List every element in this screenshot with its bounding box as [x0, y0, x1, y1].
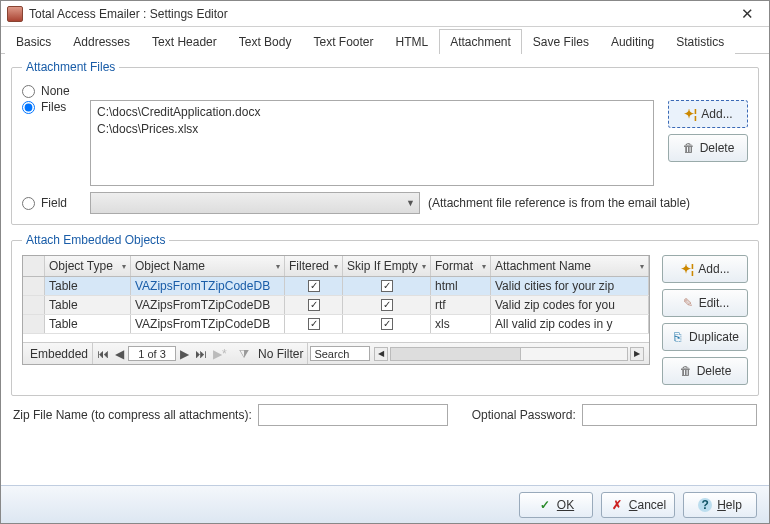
- embedded-objects-legend: Attach Embedded Objects: [22, 233, 169, 247]
- no-filter-label[interactable]: No Filter: [258, 347, 303, 361]
- search-input[interactable]: [310, 346, 370, 361]
- trash-icon: 🗑: [682, 141, 696, 155]
- chevron-down-icon: ▾: [422, 262, 426, 271]
- trash-icon: 🗑: [679, 364, 693, 378]
- cell-format: html: [431, 277, 491, 295]
- attachment-files-group: Attachment Files None Files C:\docs\Cred…: [11, 60, 759, 225]
- nav-position[interactable]: [128, 346, 176, 361]
- cell-object-type: Table: [45, 277, 131, 295]
- radio-none-label: None: [41, 84, 70, 98]
- edit-embedded-button[interactable]: ✎Edit...: [662, 289, 748, 317]
- tab-text-header[interactable]: Text Header: [141, 29, 228, 54]
- wand-icon: ✦¦: [680, 262, 694, 276]
- cell-object-type: Table: [45, 296, 131, 314]
- table-row[interactable]: Table VAZipsFromTZipCodeDB ✓ ✓ html Vali…: [23, 277, 649, 296]
- tab-attachment[interactable]: Attachment: [439, 29, 522, 54]
- chevron-down-icon: ▾: [482, 262, 486, 271]
- delete-embedded-button[interactable]: 🗑Delete: [662, 357, 748, 385]
- tab-save-files[interactable]: Save Files: [522, 29, 600, 54]
- tab-statistics[interactable]: Statistics: [665, 29, 735, 54]
- ok-label: OK: [557, 498, 574, 512]
- col-format[interactable]: Format▾: [431, 256, 491, 276]
- tab-html[interactable]: HTML: [384, 29, 439, 54]
- cell-format: xls: [431, 315, 491, 333]
- add-embedded-label: Add...: [698, 262, 729, 276]
- delete-file-button[interactable]: 🗑Delete: [668, 134, 748, 162]
- col-skip-if-empty[interactable]: Skip If Empty▾: [343, 256, 431, 276]
- cell-skip[interactable]: ✓: [343, 315, 431, 333]
- row-marker[interactable]: [23, 296, 45, 314]
- add-file-label: Add...: [701, 107, 732, 121]
- field-hint: (Attachment file reference is from the e…: [428, 196, 690, 210]
- nav-prev-icon[interactable]: ◀: [113, 347, 126, 361]
- col-attachment-name[interactable]: Attachment Name▾: [491, 256, 649, 276]
- tab-text-body[interactable]: Text Body: [228, 29, 303, 54]
- nav-new-icon: ▶*: [211, 347, 229, 361]
- col-filtered[interactable]: Filtered▾: [285, 256, 343, 276]
- cell-attachment-name: Valid zip codes for you: [491, 296, 649, 314]
- cell-format: rtf: [431, 296, 491, 314]
- titlebar: Total Access Emailer : Settings Editor ✕: [1, 1, 769, 27]
- close-icon[interactable]: ✕: [731, 5, 763, 23]
- row-marker[interactable]: [23, 315, 45, 333]
- scroll-left-icon[interactable]: ◀: [374, 347, 388, 361]
- window-title: Total Access Emailer : Settings Editor: [29, 7, 731, 21]
- x-icon: ✗: [610, 498, 624, 512]
- cell-attachment-name: All valid zip codes in y: [491, 315, 649, 333]
- duplicate-embedded-label: Duplicate: [689, 330, 739, 344]
- ok-button[interactable]: ✓OK: [519, 492, 593, 518]
- radio-field[interactable]: Field: [22, 196, 82, 210]
- row-marker[interactable]: [23, 277, 45, 295]
- cell-object-name: VAZipsFromTZipCodeDB: [131, 315, 285, 333]
- cell-object-name: VAZipsFromTZipCodeDB: [131, 277, 285, 295]
- nav-last-icon[interactable]: ⏭: [193, 347, 209, 361]
- col-object-type[interactable]: Object Type▾: [45, 256, 131, 276]
- nav-next-icon[interactable]: ▶: [178, 347, 191, 361]
- scrollbar-thumb[interactable]: [391, 348, 521, 360]
- zip-password-input[interactable]: [582, 404, 757, 426]
- table-row[interactable]: Table VAZipsFromTZipCodeDB ✓ ✓ rtf Valid…: [23, 296, 649, 315]
- cell-filtered[interactable]: ✓: [285, 277, 343, 295]
- table-row[interactable]: Table VAZipsFromTZipCodeDB ✓ ✓ xls All v…: [23, 315, 649, 334]
- pencil-icon: ✎: [681, 296, 695, 310]
- duplicate-embedded-button[interactable]: ⎘Duplicate: [662, 323, 748, 351]
- tab-basics[interactable]: Basics: [5, 29, 62, 54]
- attachment-files-legend: Attachment Files: [22, 60, 119, 74]
- tab-bar: Basics Addresses Text Header Text Body T…: [1, 27, 769, 54]
- chevron-down-icon: ▾: [276, 262, 280, 271]
- help-button[interactable]: ?Help: [683, 492, 757, 518]
- row-marker-header[interactable]: [23, 256, 45, 276]
- nav-label: Embedded: [26, 343, 93, 364]
- nav-first-icon[interactable]: ⏮: [95, 347, 111, 361]
- zip-filename-input[interactable]: [258, 404, 448, 426]
- cancel-button[interactable]: ✗Cancel: [601, 492, 675, 518]
- radio-none[interactable]: None: [22, 84, 82, 98]
- tab-text-footer[interactable]: Text Footer: [302, 29, 384, 54]
- help-label: Help: [717, 498, 742, 512]
- col-object-name[interactable]: Object Name▾: [131, 256, 285, 276]
- tab-addresses[interactable]: Addresses: [62, 29, 141, 54]
- scroll-right-icon[interactable]: ▶: [630, 347, 644, 361]
- dialog-footer: ✓OK ✗Cancel ?Help: [1, 485, 769, 523]
- cell-filtered[interactable]: ✓: [285, 296, 343, 314]
- chevron-down-icon: ▾: [334, 262, 338, 271]
- delete-embedded-label: Delete: [697, 364, 732, 378]
- cell-object-type: Table: [45, 315, 131, 333]
- cell-skip[interactable]: ✓: [343, 277, 431, 295]
- add-file-button[interactable]: ✦¦Add...: [668, 100, 748, 128]
- scrollbar-track[interactable]: [390, 347, 628, 361]
- field-combo[interactable]: ▼: [90, 192, 420, 214]
- cell-object-name: VAZipsFromTZipCodeDB: [131, 296, 285, 314]
- check-icon: ✓: [538, 498, 552, 512]
- cell-skip[interactable]: ✓: [343, 296, 431, 314]
- tab-auditing[interactable]: Auditing: [600, 29, 665, 54]
- wand-icon: ✦¦: [683, 107, 697, 121]
- funnel-icon: ⧩: [239, 347, 249, 361]
- radio-files[interactable]: Files: [22, 100, 82, 114]
- add-embedded-button[interactable]: ✦¦Add...: [662, 255, 748, 283]
- edit-embedded-label: Edit...: [699, 296, 730, 310]
- files-list[interactable]: C:\docs\CreditApplication.docx C:\docs\P…: [90, 100, 654, 186]
- embedded-grid[interactable]: Object Type▾ Object Name▾ Filtered▾ Skip…: [22, 255, 650, 365]
- chevron-down-icon: ▾: [640, 262, 644, 271]
- cell-filtered[interactable]: ✓: [285, 315, 343, 333]
